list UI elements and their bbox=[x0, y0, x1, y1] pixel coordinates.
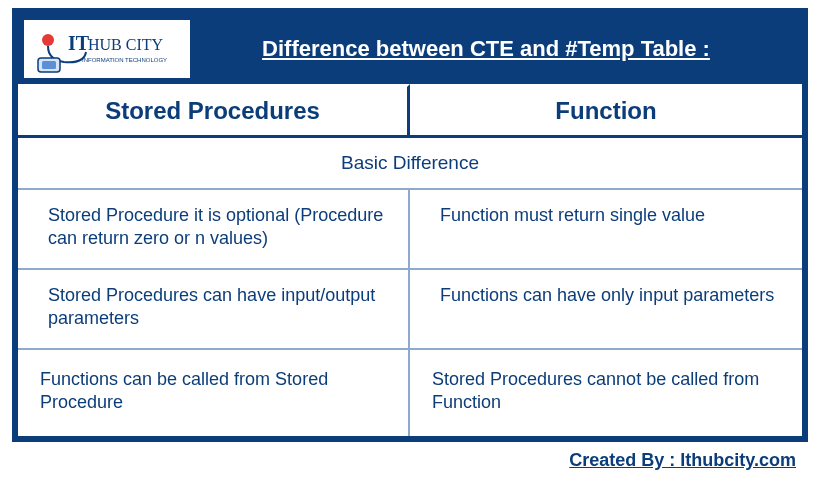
comparison-card: IT HUB CITY INFORMATION TECHNOLOGY Diffe… bbox=[12, 8, 808, 442]
brand-logo: IT HUB CITY INFORMATION TECHNOLOGY bbox=[24, 20, 190, 78]
column-headers: Stored Procedures Function bbox=[18, 84, 802, 135]
header: IT HUB CITY INFORMATION TECHNOLOGY Diffe… bbox=[18, 14, 802, 84]
cell-right: Function must return single value bbox=[410, 190, 802, 268]
cell-left: Functions can be called from Stored Proc… bbox=[18, 350, 410, 436]
footer: Created By : Ithubcity.com bbox=[12, 442, 808, 471]
cell-left: Stored Procedure it is optional (Procedu… bbox=[18, 190, 410, 268]
cell-right: Stored Procedures cannot be called from … bbox=[410, 350, 802, 436]
svg-text:IT: IT bbox=[68, 32, 90, 54]
credit-link[interactable]: Created By : Ithubcity.com bbox=[569, 450, 796, 470]
column-header-left: Stored Procedures bbox=[18, 84, 410, 135]
cell-left: Stored Procedures can have input/output … bbox=[18, 270, 410, 348]
column-header-right: Function bbox=[410, 84, 802, 135]
svg-rect-2 bbox=[42, 61, 56, 69]
table-row: Functions can be called from Stored Proc… bbox=[18, 350, 802, 436]
section-title: Basic Difference bbox=[18, 135, 802, 190]
svg-text:HUB CITY: HUB CITY bbox=[88, 36, 164, 53]
svg-point-0 bbox=[42, 34, 54, 46]
cell-right: Functions can have only input parameters bbox=[410, 270, 802, 348]
table-row: Stored Procedures can have input/output … bbox=[18, 270, 802, 350]
table-row: Stored Procedure it is optional (Procedu… bbox=[18, 190, 802, 270]
svg-text:INFORMATION TECHNOLOGY: INFORMATION TECHNOLOGY bbox=[82, 57, 167, 63]
page-title: Difference between CTE and #Temp Table : bbox=[210, 36, 792, 62]
